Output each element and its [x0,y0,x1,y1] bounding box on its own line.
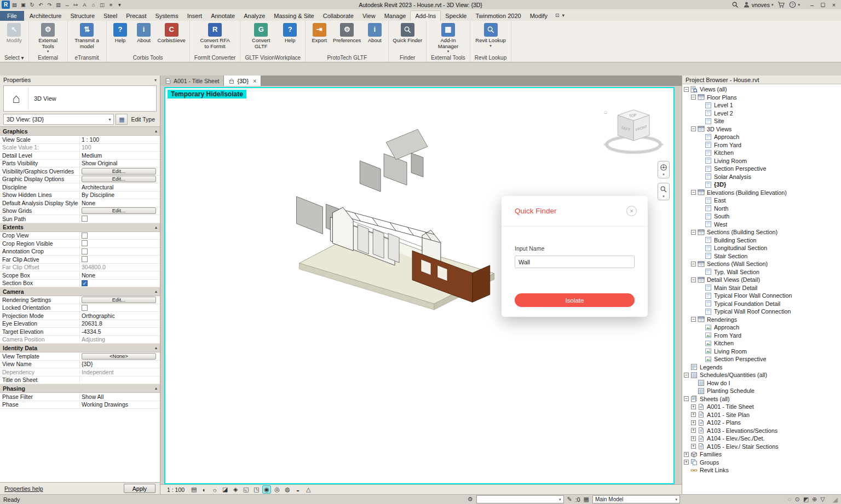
tree-item-renderings[interactable]: −Renderings [682,316,841,324]
ribbon-tab-twinmotion-2020[interactable]: Twinmotion 2020 [471,11,525,21]
view-type-combo[interactable]: 3D View: {3D} ▾ [3,114,114,125]
ribbon-tab-steel[interactable]: Steel [99,11,122,21]
property-value[interactable]: Adjusting [80,336,160,344]
revit-lookup-button[interactable]: Revit Lookup▾ [474,22,506,48]
property-value[interactable]: Architectural [80,183,160,191]
tree-item-a103-elevations-sections[interactable]: +A103 - Elevations/Sections [682,427,841,435]
collapse-node-icon[interactable]: − [691,277,696,282]
tree-item-floor-plans[interactable]: −Floor Plans [682,94,841,102]
tree-item-from-yard[interactable]: From Yard [682,141,841,149]
select-pinned-icon[interactable]: ⊙ [794,496,799,503]
corbissieve-button[interactable]: CCorbisSieve [157,22,187,44]
undo-icon[interactable]: ↶ [37,1,45,9]
panel-menu-icon[interactable]: ▾ [154,78,157,83]
ribbon-tab-analyze[interactable]: Analyze [239,11,269,21]
tree-item-a001-title-sheet[interactable]: +A001 - Title Sheet [682,403,841,411]
tree-item-how-do-i[interactable]: How do I [682,379,841,387]
house-3d-model[interactable] [296,129,494,310]
help-menu[interactable]: ? ▾ [789,1,800,8]
model-canvas[interactable]: Temporary Hide/Isolate [164,87,675,484]
ribbon-tab-collaborate[interactable]: Collaborate [319,11,358,21]
checkbox[interactable] [82,305,88,311]
crop-region-icon[interactable]: ◳ [252,485,261,494]
viewcube-home-icon[interactable]: ⌂ [604,109,607,115]
expand-node-icon[interactable]: + [691,420,696,425]
redo-icon[interactable]: ↷ [45,1,54,9]
ribbon-tab-annotate[interactable]: Annotate [206,11,239,21]
property-value[interactable]: Working Drawings [80,401,160,409]
property-value[interactable]: 100 [80,144,160,152]
expand-node-icon[interactable]: + [684,460,689,465]
panel-label-prototech-gltf[interactable]: ProtoTech GLTF [306,54,388,62]
view-scale-button[interactable]: 1 : 100 [167,486,188,493]
tree-item-3d-views[interactable]: −3D Views [682,125,841,134]
detail-level-icon[interactable]: ▤ [189,485,198,494]
modify-options-icon[interactable]: ⊡ [555,13,560,18]
collapse-node-icon[interactable]: − [684,373,689,378]
tree-item-planting-schedule[interactable]: Planting Schedule [682,387,841,395]
design-option-select[interactable]: Main Model▾ [592,495,680,503]
tree-item-approach[interactable]: Approach [682,133,841,141]
tree-item-level-1[interactable]: Level 1 [682,101,841,109]
customize-quick-access-icon[interactable]: ▾ [116,1,124,9]
help-button[interactable]: ?Help [110,22,131,44]
ribbon-tab-view[interactable]: View [358,11,380,21]
export-button[interactable]: ⇥Export [308,22,330,44]
about-button[interactable]: iAbout [364,22,385,44]
save-icon[interactable]: ▣ [19,1,27,9]
close-button[interactable]: × [828,1,839,9]
aligned-dimension-icon[interactable]: ↦ [72,1,80,9]
tree-item-typical-wall-roof-connection[interactable]: Typical Wall Roof Connection [682,308,841,316]
collapse-node-icon[interactable]: − [691,230,696,235]
edit-button[interactable]: Edit... [82,168,156,175]
section-header-identity-data[interactable]: Identity Data▴ [0,344,160,352]
tree-item-views-all[interactable]: −Views (all) [682,85,841,94]
tree-item-typical-floor-wall-connection[interactable]: Typical Floor Wall Connection [682,292,841,300]
tree-item-typical-foundation-detail[interactable]: Typical Foundation Detail [682,300,841,308]
section-icon[interactable]: ◫ [98,1,106,9]
panel-label-finder[interactable]: Finder [389,54,426,62]
tree-item-level-2[interactable]: Level 2 [682,109,841,118]
select-by-face-icon[interactable]: ◩ [803,496,809,503]
panel-label-external-tools[interactable]: External Tools [427,54,470,62]
ribbon-tab-insert[interactable]: Insert [183,11,207,21]
view-tab-3d[interactable]: {3D}× [224,76,261,86]
collapse-node-icon[interactable]: − [691,317,696,322]
property-value[interactable]: Medium [80,152,160,159]
property-value[interactable] [80,376,160,384]
checkbox[interactable] [82,216,88,222]
collapse-node-icon[interactable]: − [684,87,689,92]
edit-type-icon[interactable]: ▦ [116,114,128,125]
checkbox[interactable] [82,240,88,246]
collapse-node-icon[interactable]: − [691,262,696,267]
property-value[interactable]: 304800.0 [80,264,160,271]
tree-item-revit-links[interactable]: Revit Links [682,466,841,474]
ribbon-tab-modify[interactable]: Modify [526,11,552,21]
tree-item-legends[interactable]: Legends [682,363,841,372]
tree-item-a104-elev-sec-det[interactable]: +A104 - Elev./Sec./Det. [682,435,841,443]
edit-button[interactable]: Edit... [82,207,156,214]
text-note-icon[interactable]: A [80,1,89,9]
panel-label-gltf-visionworkplace[interactable]: GLTF VisionWorkplace [240,54,305,62]
sun-path-icon[interactable]: ☼ [210,485,219,494]
ribbon-tab-precast[interactable]: Precast [122,11,151,21]
app-menu-icon[interactable]: R [2,1,10,9]
expand-node-icon[interactable]: + [691,404,696,409]
tree-item-schedules-quantities-all[interactable]: −Schedules/Quantities (all) [682,371,841,379]
ribbon-state-toggle-icon[interactable]: ▾ [562,13,565,18]
panel-label-revit-lookup[interactable]: Revit Lookup [470,54,511,62]
reveal-hidden-elements-icon[interactable]: ◎ [273,485,281,494]
property-value[interactable]: Independent [80,368,160,376]
search-icon[interactable] [731,1,739,8]
ribbon-tab-architecture[interactable]: Architecture [25,11,66,21]
section-header-phasing[interactable]: Phasing▴ [0,384,160,393]
tree-item-sections-building-section[interactable]: −Sections (Building Section) [682,228,841,236]
open-file-icon[interactable]: ▤ [10,1,19,9]
shadows-icon[interactable]: ◪ [221,485,229,494]
view-cube[interactable]: TOP LEFT FRONT ⌂ [603,109,664,153]
property-value[interactable]: None [80,271,160,279]
edit-button[interactable]: Edit... [82,176,156,182]
checkbox[interactable]: ✓ [82,280,88,286]
property-value[interactable]: 1 : 100 [80,136,160,143]
about-button[interactable]: iAbout [133,22,155,44]
